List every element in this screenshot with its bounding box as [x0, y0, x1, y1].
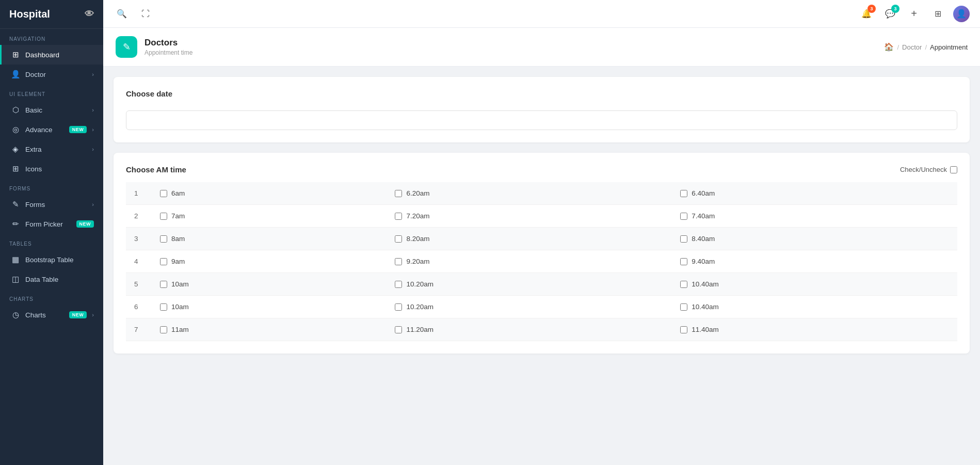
dashboard-icon: ⊞ [11, 50, 20, 59]
sidebar-item-label: Form Picker [25, 220, 71, 228]
time-checkbox-2[interactable] [395, 235, 402, 243]
eye-icon[interactable]: 👁 [85, 9, 94, 20]
sidebar-item-icons[interactable]: ⊞ Icons [0, 159, 103, 179]
breadcrumb-current: Appointment [930, 43, 968, 51]
breadcrumb: 🏠 / Doctor / Appointment [884, 42, 968, 52]
time-checkbox-3[interactable] [680, 258, 687, 265]
sidebar-item-dashboard[interactable]: ⊞ Dashboard [0, 45, 103, 65]
time-slot-1: 10am [152, 273, 387, 296]
time-checkbox-3[interactable] [680, 326, 687, 333]
time-label-2: 9.20am [406, 258, 429, 265]
time-slot-2: 8.20am [387, 228, 672, 250]
table-row: 2 7am 7.20am 7.40am [126, 205, 957, 228]
avatar[interactable]: 👤 [953, 6, 970, 22]
sidebar-item-extra[interactable]: ◈ Extra › [0, 139, 103, 159]
time-slot-2: 10.20am [387, 296, 672, 318]
chat-icon[interactable]: 💬 3 [882, 6, 898, 22]
time-label-3: 11.40am [692, 326, 719, 333]
time-checkbox-2[interactable] [395, 258, 402, 265]
page-header: ✎ Doctors Appointment time 🏠 / Doctor / … [103, 28, 980, 67]
time-checkbox-1[interactable] [160, 213, 167, 220]
grid-icon[interactable]: ⊞ [929, 6, 946, 22]
check-uncheck-checkbox[interactable] [950, 166, 957, 173]
row-number: 4 [126, 250, 152, 273]
search-icon[interactable]: 🔍 [114, 6, 130, 22]
form-picker-icon: ✏ [11, 219, 20, 229]
sidebar-item-label: Data Table [25, 276, 94, 283]
time-checkbox-3[interactable] [680, 303, 687, 311]
chevron-right-icon: › [92, 107, 94, 113]
date-input[interactable] [126, 110, 957, 130]
time-slot-1: 11am [152, 318, 387, 341]
sidebar-item-doctor[interactable]: 👤 Doctor › [0, 65, 103, 84]
breadcrumb-sep-1: / [897, 43, 899, 51]
time-checkbox-1[interactable] [160, 303, 167, 311]
chat-badge: 3 [891, 5, 899, 13]
chevron-right-icon: › [92, 71, 94, 77]
page-subtitle: Appointment time [144, 49, 192, 56]
sidebar: Hospital 👁 Navigation ⊞ Dashboard 👤 Doct… [0, 0, 103, 465]
sidebar-item-advance[interactable]: ◎ Advance NEW › [0, 120, 103, 139]
advance-icon: ◎ [11, 125, 20, 134]
time-checkbox-1[interactable] [160, 258, 167, 265]
time-checkbox-1[interactable] [160, 326, 167, 333]
sidebar-item-forms[interactable]: ✎ Forms › [0, 195, 103, 214]
forms-icon: ✎ [11, 200, 20, 209]
time-checkbox-1[interactable] [160, 190, 167, 197]
sidebar-item-bootstrap-table[interactable]: ▦ Bootstrap Table [0, 250, 103, 269]
time-label-1: 10am [171, 303, 189, 311]
sidebar-item-basic[interactable]: ⬡ Basic › [0, 100, 103, 120]
time-slot-3: 10.40am [672, 296, 957, 318]
sidebar-item-label: Dashboard [25, 51, 94, 59]
time-checkbox-3[interactable] [680, 281, 687, 288]
choose-date-card: Choose date [114, 77, 970, 142]
time-checkbox-2[interactable] [395, 281, 402, 288]
sidebar-item-label: Extra [25, 146, 87, 153]
time-checkbox-2[interactable] [395, 303, 402, 311]
time-slot-3: 9.40am [672, 250, 957, 273]
sidebar-item-label: Charts [25, 311, 64, 319]
time-checkbox-3[interactable] [680, 213, 687, 220]
chevron-right-icon: › [92, 312, 94, 318]
sidebar-item-form-picker[interactable]: ✏ Form Picker NEW [0, 214, 103, 234]
sidebar-item-label: Advance [25, 126, 64, 134]
time-checkbox-1[interactable] [160, 235, 167, 243]
time-checkbox-2[interactable] [395, 213, 402, 220]
time-table: 1 6am 6.20am 6.40am 2 [126, 182, 957, 341]
bell-icon[interactable]: 🔔 3 [858, 6, 875, 22]
time-slot-3: 10.40am [672, 273, 957, 296]
am-header: Choose AM time Check/Uncheck [126, 165, 957, 174]
time-checkbox-2[interactable] [395, 326, 402, 333]
form-picker-new-badge: NEW [76, 220, 94, 228]
page-title: Doctors [144, 38, 192, 48]
home-icon[interactable]: 🏠 [884, 42, 894, 52]
table-row: 7 11am 11.20am 11.40am [126, 318, 957, 341]
time-label-1: 6am [171, 189, 185, 197]
time-slot-2: 11.20am [387, 318, 672, 341]
topbar: 🔍 ⛶ 🔔 3 💬 3 + ⊞ 👤 [103, 0, 980, 28]
time-label-2: 11.20am [406, 326, 433, 333]
sidebar-item-data-table[interactable]: ◫ Data Table [0, 269, 103, 289]
time-checkbox-3[interactable] [680, 190, 687, 197]
sidebar-item-label: Doctor [25, 71, 87, 78]
time-checkbox-1[interactable] [160, 281, 167, 288]
time-label-3: 9.40am [692, 258, 715, 265]
time-label-3: 8.40am [692, 235, 715, 243]
time-checkbox-3[interactable] [680, 235, 687, 243]
time-slot-1: 10am [152, 296, 387, 318]
advance-new-badge: NEW [69, 126, 87, 133]
time-slot-2: 7.20am [387, 205, 672, 228]
charts-section-label: Charts [0, 289, 103, 305]
forms-section-label: Forms [0, 179, 103, 195]
time-label-1: 7am [171, 212, 185, 220]
page-content: ✎ Doctors Appointment time 🏠 / Doctor / … [103, 28, 980, 465]
sidebar-item-charts[interactable]: ◷ Charts NEW › [0, 305, 103, 325]
fullscreen-icon[interactable]: ⛶ [137, 6, 154, 22]
time-label-2: 8.20am [406, 235, 429, 243]
icons-icon: ⊞ [11, 164, 20, 173]
plus-button[interactable]: + [906, 6, 922, 22]
bell-badge: 3 [867, 5, 876, 13]
time-slot-3: 11.40am [672, 318, 957, 341]
row-number: 7 [126, 318, 152, 341]
time-checkbox-2[interactable] [395, 190, 402, 197]
